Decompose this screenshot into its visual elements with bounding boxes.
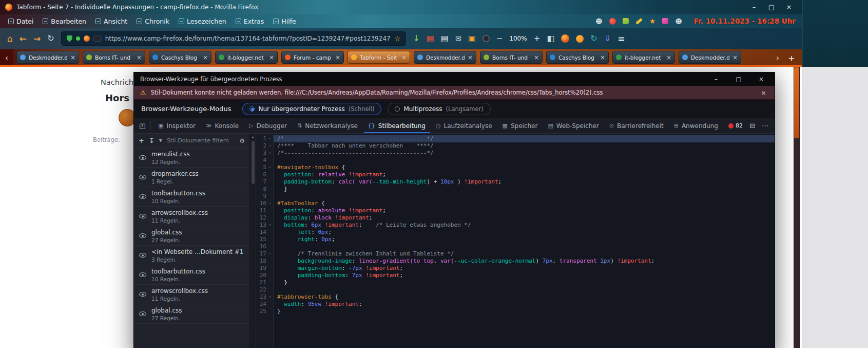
- code-line[interactable]: 22: [256, 286, 775, 294]
- new-tab-button[interactable]: +: [784, 53, 799, 63]
- sidebar-scrollbar[interactable]: ▴: [250, 134, 256, 348]
- bookmark-star-icon[interactable]: ☆: [394, 34, 401, 43]
- visibility-eye-icon[interactable]: [139, 155, 146, 160]
- minimize-button[interactable]: –: [745, 1, 763, 14]
- browser-tab[interactable]: Forum - camp ×: [281, 51, 344, 64]
- code-line[interactable]: 7 padding-bottom: calc( var(--tab-min-he…: [256, 178, 775, 186]
- print-icon[interactable]: ▤: [441, 34, 449, 43]
- fold-marker-icon[interactable]: [266, 258, 274, 265]
- tab-close-button[interactable]: ×: [70, 54, 75, 61]
- code-line[interactable]: 17 ▾ /* Trennlinie zwischen Inhalt und T…: [256, 250, 775, 258]
- fold-marker-icon[interactable]: ▾: [266, 135, 274, 142]
- code-line[interactable]: 2 ▾ /**** Tabbar nach unten verschoben *…: [256, 142, 775, 150]
- reload-button[interactable]: ↻: [47, 34, 54, 43]
- tab-close-button[interactable]: ×: [401, 54, 407, 61]
- page-nav-text[interactable]: Nachrich: [101, 78, 133, 86]
- visibility-eye-icon[interactable]: [139, 272, 146, 277]
- extension-pink-icon[interactable]: [662, 18, 668, 24]
- visibility-eye-icon[interactable]: [139, 253, 146, 258]
- stylesheet-item[interactable]: menulist.css 12 Regeln.: [134, 148, 249, 168]
- tab-close-button[interactable]: ×: [534, 54, 539, 61]
- home-button[interactable]: ⌂: [7, 34, 13, 43]
- fold-marker-icon[interactable]: [266, 186, 274, 193]
- grid-extension-icon[interactable]: ▦: [427, 34, 434, 43]
- tab-close-button[interactable]: ×: [732, 54, 738, 61]
- update-orange-icon[interactable]: [576, 35, 584, 43]
- accounts-icon[interactable]: ☻: [675, 18, 682, 25]
- zoom-level[interactable]: 100%: [509, 35, 527, 42]
- meatball-menu-icon[interactable]: ⋯: [762, 122, 768, 130]
- devtools-maximize-button[interactable]: ▢: [727, 73, 750, 85]
- sidebar-panel-icon[interactable]: ◧: [547, 34, 554, 43]
- menubar-item[interactable]: Lesezeichen: [175, 16, 230, 27]
- browser-tab[interactable]: Deskmodder.d ×: [16, 51, 79, 64]
- code-line[interactable]: 1 ▾ /*----------------------------------…: [256, 135, 775, 142]
- code-line[interactable]: 18 background-image: linear-gradient(to …: [256, 258, 775, 265]
- menubar-item[interactable]: Datei: [4, 16, 37, 27]
- tab-close-button[interactable]: ×: [335, 54, 340, 61]
- fold-marker-icon[interactable]: [266, 243, 274, 250]
- firefox-fox-icon[interactable]: [561, 34, 569, 43]
- tab-close-button[interactable]: ×: [600, 54, 605, 61]
- tab-close-button[interactable]: ×: [269, 54, 274, 61]
- import-stylesheet-button[interactable]: ↧: [149, 137, 155, 144]
- visibility-eye-icon[interactable]: [139, 292, 146, 297]
- fold-marker-icon[interactable]: [266, 171, 274, 178]
- visibility-eye-icon[interactable]: [139, 214, 146, 218]
- devtools-minimize-button[interactable]: –: [705, 73, 727, 85]
- page-username[interactable]: Hors: [105, 93, 129, 103]
- code-line[interactable]: 6 position: relative !important;: [256, 171, 775, 178]
- sync-icon[interactable]: ↻: [590, 34, 597, 43]
- visibility-eye-icon[interactable]: [139, 233, 146, 238]
- browser-tab[interactable]: Deskmodder.d ×: [679, 51, 741, 64]
- browser-tab[interactable]: Borns IT- und ×: [480, 51, 543, 64]
- code-line[interactable]: 16: [256, 243, 775, 250]
- browser-tab[interactable]: Tabform - Seit ×: [348, 51, 410, 64]
- devtools-tab[interactable]: ⊙ Barrierefreiheit: [604, 118, 669, 133]
- fold-marker-icon[interactable]: [266, 207, 274, 214]
- code-line[interactable]: 12 display: block !important;: [256, 214, 775, 222]
- devtools-tab[interactable]: ⊞ Anwendung: [669, 118, 723, 133]
- zoom-out-button[interactable]: −: [496, 35, 503, 43]
- menubar-item[interactable]: Chronik: [132, 16, 173, 27]
- filter-stylesheets-input[interactable]: Stil-Dokumente filtern: [167, 137, 235, 144]
- maximize-button[interactable]: ▢: [763, 1, 780, 14]
- fold-marker-icon[interactable]: ▾: [266, 294, 274, 301]
- scrollbar-thumb[interactable]: [794, 67, 799, 138]
- code-line[interactable]: 3 ▾ /*----------------------------------…: [256, 150, 775, 157]
- mail-icon[interactable]: ✉: [455, 35, 461, 42]
- back-button[interactable]: ←: [20, 34, 27, 43]
- code-line[interactable]: 11 position: absolute !important;: [256, 207, 775, 214]
- devtools-tab[interactable]: ▦ Speicher: [497, 118, 543, 133]
- stylesheet-item[interactable]: global.css 27 Regeln.: [134, 304, 249, 324]
- app-menu-button[interactable]: ≡: [618, 34, 625, 43]
- tab-close-button[interactable]: ×: [203, 54, 208, 61]
- menubar-item[interactable]: Hilfe: [269, 16, 300, 27]
- error-count-badge[interactable]: 82: [728, 122, 743, 129]
- code-line[interactable]: 19 margin-bottom: -7px !important;: [256, 265, 775, 272]
- devtools-tab[interactable]: {} Stilbearbeitung: [363, 118, 431, 133]
- downloads-button[interactable]: ↓: [413, 34, 419, 43]
- url-bar[interactable]: https://www.camp-firefox.de/forum/thema/…: [61, 31, 407, 46]
- forward-button[interactable]: →: [33, 34, 41, 43]
- fold-marker-icon[interactable]: ▾: [266, 200, 274, 207]
- browser-tab[interactable]: Caschys Blog ×: [149, 51, 211, 64]
- browser-tab[interactable]: Deskmodder.d ×: [414, 51, 476, 64]
- stylesheet-item[interactable]: dropmarker.css 1 Regel.: [134, 168, 249, 187]
- code-line[interactable]: 15 right: 0px;: [256, 236, 775, 243]
- code-line[interactable]: 24 width: 95vw !important;: [256, 301, 775, 308]
- sidebar-scrollbar-thumb[interactable]: [252, 141, 255, 184]
- shield-icon[interactable]: [67, 35, 72, 42]
- devtools-tab[interactable]: ⇅ Netzwerkanalyse: [292, 118, 363, 133]
- fold-marker-icon[interactable]: [266, 301, 274, 308]
- code-line[interactable]: 21 }: [256, 279, 775, 286]
- code-line[interactable]: 4: [256, 157, 775, 164]
- mode-radio-option[interactable]: Nur übergeordneter Prozess (Schnell): [242, 103, 381, 115]
- fold-marker-icon[interactable]: [266, 229, 274, 236]
- code-line[interactable]: 25 }: [256, 308, 775, 315]
- code-line[interactable]: 13 ▾ bottom: 6px !important; /* Leiste e…: [256, 222, 775, 229]
- extension-green-icon[interactable]: [623, 18, 629, 24]
- menubar-item[interactable]: Ansicht: [91, 16, 131, 27]
- node-picker-icon[interactable]: ◰: [134, 122, 150, 130]
- vpn-status-icon[interactable]: [76, 36, 80, 41]
